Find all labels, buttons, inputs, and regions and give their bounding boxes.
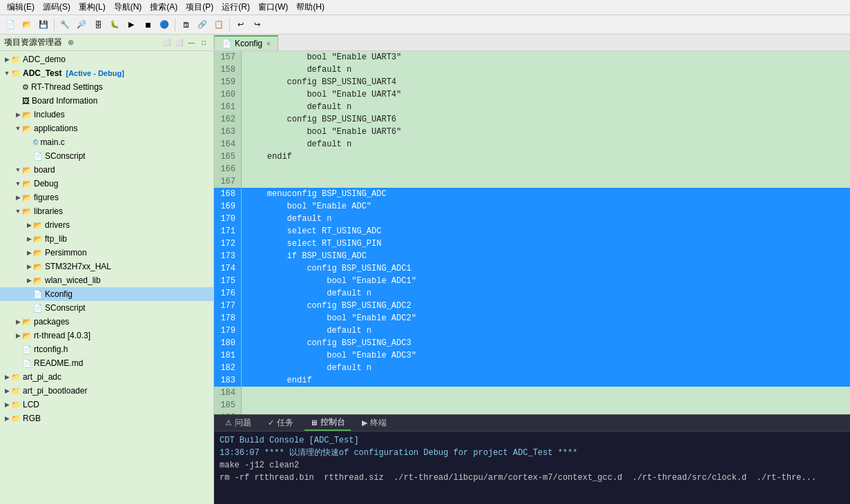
- code-line-169: 169 bool "Enable ADC": [214, 200, 850, 213]
- menu-refactor[interactable]: 重构(L): [75, 0, 110, 14]
- code-line-167: 167: [214, 175, 850, 188]
- line-number-167: 167: [214, 175, 242, 188]
- toolbar-btn-9[interactable]: 🔗: [195, 17, 210, 32]
- toolbar-btn-4[interactable]: 🐛: [107, 17, 122, 32]
- menu-help[interactable]: 帮助(H): [292, 0, 329, 14]
- menu-navigate[interactable]: 导航(N): [110, 0, 146, 14]
- code-line-161: 161 default n: [214, 101, 850, 113]
- code-editor[interactable]: 157 bool "Enable UART3"158 default n159 …: [214, 51, 850, 414]
- tree-item-rgb[interactable]: ▶ 📁 RGB: [0, 411, 213, 425]
- code-line-174: 174 config BSP_USING_ADC1: [214, 262, 850, 275]
- collapse-all-button[interactable]: ⬜: [161, 37, 172, 48]
- tree-item-adc-test[interactable]: ▼ 📁 ADC_Test [Active - Debug]: [0, 66, 213, 80]
- tree-label-drivers: drivers: [45, 220, 70, 230]
- new-button[interactable]: 📄: [3, 17, 18, 32]
- tree-label-sconscript2: SConscript: [45, 303, 86, 313]
- line-number-175: 175: [214, 275, 242, 287]
- tree-item-art-pi-adc[interactable]: ▶ 📁 art_pi_adc: [0, 370, 213, 384]
- save-button[interactable]: 💾: [36, 17, 51, 32]
- tree-item-figures[interactable]: ▶ 📂 figures: [0, 191, 213, 204]
- toolbar-btn-8[interactable]: 🖺: [178, 17, 193, 32]
- tree-item-kconfig[interactable]: 📄 Kconfig: [0, 287, 213, 301]
- toolbar-btn-5[interactable]: ▶: [124, 17, 139, 32]
- maximize-panel-button[interactable]: □: [198, 37, 209, 48]
- menu-run[interactable]: 运行(R): [218, 0, 254, 14]
- tree-item-drivers[interactable]: ▶ 📂 drivers: [0, 218, 213, 232]
- tree-item-board[interactable]: ▼ 📂 board: [0, 163, 213, 177]
- right-panel: 📄 Kconfig × 157 bool "Enable UART3"158 d…: [214, 35, 850, 504]
- tree-item-sconscript1[interactable]: 📄 SConscript: [0, 149, 213, 163]
- project-tree: ▶ 📁 ADC_demo ▼ 📁 ADC_Test [Active - Debu…: [0, 51, 213, 504]
- toolbar-btn-2[interactable]: 🔎: [74, 17, 89, 32]
- tree-item-libraries[interactable]: ▼ 📂 libraries: [0, 204, 213, 218]
- tab-problems[interactable]: ⚠ 问题: [220, 416, 257, 431]
- console-line-3: rm -rf rtthread.bin rtthread.siz ./rt-th…: [220, 472, 844, 484]
- tab-tasks-label: 任务: [277, 417, 293, 429]
- line-text-162: config BSP_USING_UART6: [242, 113, 850, 126]
- line-text-164: default n: [242, 138, 850, 151]
- panel-header: 项目资源管理器 ⊗ ⬜ ⬜ — □: [0, 35, 213, 51]
- tree-item-board-info[interactable]: 🖼 Board Information: [0, 94, 213, 108]
- line-text-157: bool "Enable UART3": [242, 51, 850, 64]
- tree-item-main-c[interactable]: © main.c: [0, 135, 213, 149]
- toolbar-btn-10[interactable]: 📋: [211, 17, 226, 32]
- tree-arrow-libraries: ▼: [14, 208, 22, 215]
- tree-item-lcd[interactable]: ▶ 📁 LCD: [0, 398, 213, 411]
- project-icon-art-pi-bootloader: 📁: [11, 387, 21, 396]
- editor-tab-kconfig[interactable]: 📄 Kconfig ×: [214, 35, 278, 50]
- tree-item-readme[interactable]: 📄 README.md: [0, 356, 213, 370]
- tab-console[interactable]: 🖥 控制台: [305, 416, 351, 431]
- tree-item-persimmon[interactable]: ▶ 📂 Persimmon: [0, 246, 213, 260]
- line-number-184: 184: [214, 387, 242, 399]
- toolbar-btn-1[interactable]: 🔧: [57, 17, 73, 32]
- toolbar-btn-6[interactable]: ⏹: [140, 17, 155, 32]
- tree-item-rt-thread[interactable]: ▶ 📂 rt-thread [4.0.3]: [0, 329, 213, 342]
- line-text-177: config BSP_USING_ADC2: [242, 300, 850, 312]
- tree-item-rt-thread-settings[interactable]: ⚙ RT-Thread Settings: [0, 80, 213, 94]
- toolbar-btn-7[interactable]: 🔵: [157, 17, 172, 32]
- tab-tasks[interactable]: ✓ 任务: [262, 416, 299, 431]
- tree-label-adc-demo: ADC_demo: [23, 55, 66, 64]
- minimize-panel-button[interactable]: —: [186, 37, 197, 48]
- tree-label-debug: Debug: [34, 179, 58, 188]
- tab-close-button[interactable]: ×: [267, 40, 271, 48]
- line-number-173: 173: [214, 250, 242, 262]
- toolbar-btn-3[interactable]: 🗄: [90, 17, 106, 32]
- tree-label-readme: README.md: [34, 358, 83, 368]
- tree-item-sconscript2[interactable]: 📄 SConscript: [0, 301, 213, 315]
- menu-search[interactable]: 搜索(A): [146, 0, 182, 14]
- tree-item-rtconfig[interactable]: 📄 rtconfig.h: [0, 342, 213, 356]
- menu-window[interactable]: 窗口(W): [254, 0, 292, 14]
- tree-item-includes[interactable]: ▶ 📂 Includes: [0, 108, 213, 122]
- tree-item-wlan-wiced-lib[interactable]: ▶ 📂 wlan_wiced_lib: [0, 273, 213, 287]
- menu-edit[interactable]: 编辑(E): [3, 0, 39, 14]
- tree-item-debug[interactable]: ▼ 📂 Debug: [0, 177, 213, 191]
- tree-item-packages[interactable]: ▶ 📂 packages: [0, 315, 213, 329]
- tree-label-rgb: RGB: [23, 414, 41, 423]
- menu-project[interactable]: 项目(P): [182, 0, 218, 14]
- tree-item-adc-demo[interactable]: ▶ 📁 ADC_demo: [0, 52, 213, 66]
- redo-button[interactable]: ↪: [249, 17, 264, 32]
- undo-button[interactable]: ↩: [233, 17, 248, 32]
- code-line-180: 180 config BSP_USING_ADC3: [214, 337, 850, 349]
- tab-label: Kconfig: [235, 39, 262, 48]
- code-line-165: 165 endif: [214, 151, 850, 163]
- line-text-181: bool "Enable ADC3": [242, 349, 850, 362]
- link-with-editor-button[interactable]: ⬜: [173, 37, 184, 48]
- settings-icon: ⚙: [22, 83, 29, 92]
- menu-source[interactable]: 源码(S): [39, 0, 75, 14]
- panel-close-icon[interactable]: ⊗: [68, 38, 74, 47]
- code-line-162: 162 config BSP_USING_UART6: [214, 113, 850, 126]
- console-title-line: CDT Build Console [ADC_Test]: [220, 434, 844, 447]
- folder-icon-wlan: 📂: [33, 276, 43, 285]
- tree-arrow-drivers: ▶: [25, 222, 33, 229]
- tree-label-board: board: [34, 165, 55, 175]
- open-button[interactable]: 📂: [19, 17, 35, 32]
- tree-item-applications[interactable]: ▼ 📂 applications: [0, 122, 213, 135]
- tab-terminal[interactable]: ▶ 终端: [356, 416, 392, 431]
- tree-item-stm32-hal[interactable]: ▶ 📂 STM32H7xx_HAL: [0, 260, 213, 273]
- tree-item-ftp-lib[interactable]: ▶ 📂 ftp_lib: [0, 232, 213, 246]
- tree-item-art-pi-bootloader[interactable]: ▶ 📁 art_pi_bootloader: [0, 384, 213, 398]
- tasks-icon: ✓: [268, 418, 274, 427]
- line-text-167: [242, 175, 850, 188]
